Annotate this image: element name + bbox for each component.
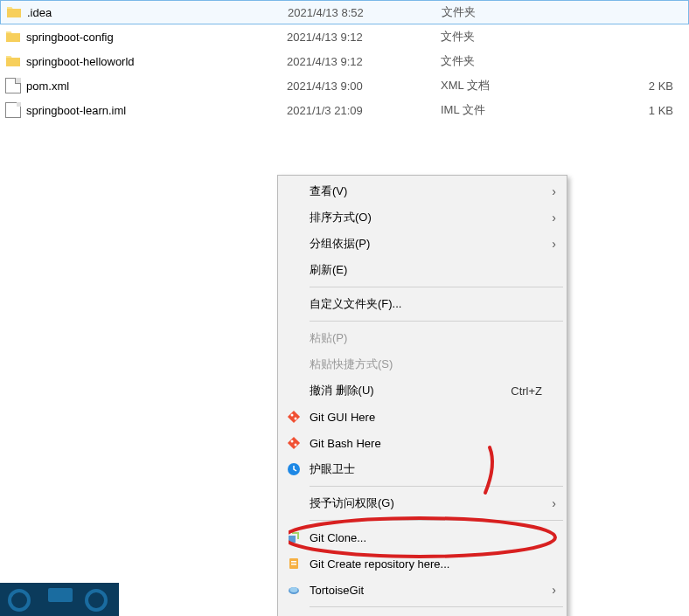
menu-git-clone[interactable]: Git Clone... xyxy=(280,524,565,550)
menu-refresh[interactable]: 刷新(E) xyxy=(280,257,565,283)
file-type: XML 文档 xyxy=(441,78,628,93)
taskbar-fragment xyxy=(0,583,119,616)
menu-label: Git Bash Here xyxy=(304,437,558,450)
menu-label: 自定义文件夹(F)... xyxy=(304,296,558,312)
menu-svn-checkout[interactable]: SVN Checkout... xyxy=(280,611,565,616)
git-icon xyxy=(283,436,304,450)
menu-git-gui[interactable]: Git GUI Here xyxy=(280,404,565,430)
menu-paste: 粘贴(P) xyxy=(280,325,565,351)
svg-point-1 xyxy=(295,418,297,420)
file-date: 2021/4/13 9:12 xyxy=(287,55,441,68)
file-date: 2021/4/13 8:52 xyxy=(288,6,442,19)
chevron-right-icon: › xyxy=(552,237,556,251)
folder-icon xyxy=(5,29,21,45)
menu-label: 撤消 删除(U) xyxy=(304,383,511,398)
svg-rect-16 xyxy=(48,588,73,602)
menu-separator xyxy=(310,520,563,521)
menu-label: Git Create repository here... xyxy=(304,557,558,571)
chevron-right-icon: › xyxy=(552,496,556,510)
context-menu: 查看(V) › 排序方式(O) › 分组依据(P) › 刷新(E) 自定义文件夹… xyxy=(277,175,567,616)
file-date: 2021/1/3 21:09 xyxy=(287,104,441,117)
tortoisegit-clone-icon xyxy=(283,530,304,544)
file-type: 文件夹 xyxy=(442,4,629,20)
menu-label: 粘贴快捷方式(S) xyxy=(304,356,558,372)
menu-separator xyxy=(310,321,563,322)
menu-group[interactable]: 分组依据(P) › xyxy=(280,231,565,257)
tortoisegit-icon xyxy=(283,583,304,597)
file-type: IML 文件 xyxy=(441,102,628,118)
menu-eye-guard[interactable]: 护眼卫士 xyxy=(280,456,565,482)
menu-label: Git Clone... xyxy=(304,531,558,544)
file-date: 2021/4/13 9:00 xyxy=(287,80,441,93)
menu-customize-folder[interactable]: 自定义文件夹(F)... xyxy=(280,291,565,317)
chevron-right-icon: › xyxy=(552,583,556,597)
folder-icon xyxy=(5,53,21,69)
file-type: 文件夹 xyxy=(441,29,628,45)
file-row[interactable]: .idea 2021/4/13 8:52 文件夹 xyxy=(0,0,689,24)
menu-label: TortoiseGit xyxy=(304,584,558,597)
menu-sort[interactable]: 排序方式(O) › xyxy=(280,204,565,231)
menu-label: 护眼卫士 xyxy=(304,461,558,477)
file-date: 2021/4/13 9:12 xyxy=(287,31,441,44)
file-type: 文件夹 xyxy=(441,53,628,69)
menu-separator xyxy=(310,486,563,487)
menu-view[interactable]: 查看(V) › xyxy=(280,178,565,204)
file-row[interactable]: springboot-config 2021/4/13 9:12 文件夹 xyxy=(0,24,689,49)
file-list: .idea 2021/4/13 8:52 文件夹 springboot-conf… xyxy=(0,0,689,122)
menu-shortcut: Ctrl+Z xyxy=(511,384,558,398)
clock-icon xyxy=(283,462,304,476)
svg-rect-7 xyxy=(291,561,296,563)
chevron-right-icon: › xyxy=(552,184,556,198)
menu-grant-access[interactable]: 授予访问权限(G) › xyxy=(280,490,565,516)
file-name: pom.xml xyxy=(26,80,69,93)
folder-icon xyxy=(6,4,22,20)
tortoisegit-create-icon xyxy=(283,557,304,571)
file-size: 2 KB xyxy=(628,80,680,93)
svg-point-0 xyxy=(291,414,294,417)
menu-label: 授予访问权限(G) xyxy=(304,495,558,511)
menu-label: 刷新(E) xyxy=(304,262,558,278)
file-name: springboot-learn.iml xyxy=(26,104,126,117)
menu-label: 粘贴(P) xyxy=(304,330,558,346)
file-name: springboot-config xyxy=(26,31,114,44)
svg-point-10 xyxy=(290,587,298,592)
menu-git-bash[interactable]: Git Bash Here xyxy=(280,430,565,456)
menu-paste-shortcut: 粘贴快捷方式(S) xyxy=(280,351,565,377)
file-row[interactable]: springboot-learn.iml 2021/1/3 21:09 IML … xyxy=(0,98,689,122)
iml-file-icon xyxy=(5,102,21,118)
file-name: springboot-helloworld xyxy=(26,55,135,68)
xml-file-icon xyxy=(5,78,21,93)
svg-rect-5 xyxy=(289,536,296,543)
menu-undo-delete[interactable]: 撤消 删除(U) Ctrl+Z xyxy=(280,377,565,404)
menu-git-create-repository[interactable]: Git Create repository here... xyxy=(280,550,565,577)
file-size: 1 KB xyxy=(628,104,680,117)
menu-separator xyxy=(310,606,563,607)
svg-rect-8 xyxy=(291,564,296,565)
svg-point-3 xyxy=(295,444,297,446)
file-row[interactable]: springboot-helloworld 2021/4/13 9:12 文件夹 xyxy=(0,49,689,73)
chevron-right-icon: › xyxy=(552,211,556,225)
git-icon xyxy=(283,410,304,424)
file-row[interactable]: pom.xml 2021/4/13 9:00 XML 文档 2 KB xyxy=(0,73,689,98)
menu-label: 分组依据(P) xyxy=(304,236,558,252)
menu-label: Git GUI Here xyxy=(304,411,558,424)
menu-tortoisegit[interactable]: TortoiseGit › xyxy=(280,577,565,603)
file-name: .idea xyxy=(27,6,52,19)
menu-label: 查看(V) xyxy=(304,183,558,199)
svg-point-2 xyxy=(291,440,294,443)
menu-label: 排序方式(O) xyxy=(304,210,558,225)
menu-separator xyxy=(310,287,563,287)
